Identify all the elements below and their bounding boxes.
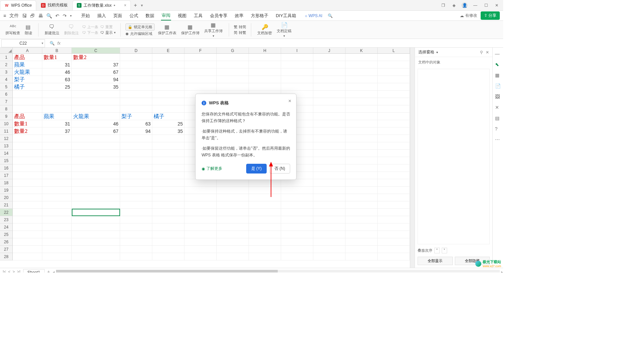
- cell[interactable]: [217, 179, 249, 187]
- cell[interactable]: [13, 164, 42, 172]
- cell[interactable]: [13, 91, 42, 98]
- cell[interactable]: 31: [42, 120, 72, 128]
- cell[interactable]: [72, 135, 120, 142]
- cell[interactable]: [152, 68, 184, 76]
- show-all-button[interactable]: 全部显示: [418, 257, 453, 265]
- cell[interactable]: [13, 157, 42, 164]
- protect-book-button[interactable]: ▦保护工作簿: [180, 24, 201, 36]
- cell[interactable]: [345, 223, 378, 231]
- avatar[interactable]: 👤: [462, 2, 468, 8]
- cell[interactable]: [345, 68, 378, 76]
- cell[interactable]: [249, 83, 281, 91]
- cell[interactable]: [184, 246, 217, 253]
- to-traditional-button[interactable]: 简转繁: [234, 30, 246, 35]
- cell[interactable]: 37: [42, 128, 72, 135]
- cell[interactable]: [313, 142, 345, 150]
- cell[interactable]: [120, 187, 152, 194]
- tools-icon[interactable]: ✕: [495, 105, 501, 111]
- chevron-down-icon[interactable]: ▾: [436, 51, 438, 54]
- row-header-1[interactable]: 1: [0, 54, 13, 61]
- cell[interactable]: [313, 179, 345, 187]
- col-header-L[interactable]: L: [378, 48, 410, 53]
- menu-tab-DIY工具箱[interactable]: DIY工具箱: [275, 11, 297, 20]
- cell[interactable]: [217, 54, 249, 61]
- cell[interactable]: [345, 157, 378, 164]
- close-icon[interactable]: ×: [124, 3, 126, 8]
- cell[interactable]: [42, 223, 72, 231]
- cell[interactable]: [184, 68, 217, 76]
- cell[interactable]: [217, 68, 249, 76]
- cell[interactable]: [217, 209, 249, 216]
- cell[interactable]: [120, 135, 152, 142]
- cell[interactable]: [72, 231, 120, 238]
- cell[interactable]: [42, 187, 72, 194]
- cell[interactable]: [345, 201, 378, 209]
- cell[interactable]: [378, 98, 410, 105]
- cell[interactable]: [152, 238, 184, 246]
- first-sheet-icon[interactable]: I<: [3, 269, 6, 272]
- cell[interactable]: [120, 54, 152, 61]
- help-icon[interactable]: ?: [495, 126, 501, 132]
- print-icon[interactable]: 🗗: [30, 13, 35, 18]
- cell[interactable]: [42, 246, 72, 253]
- cell[interactable]: [42, 98, 72, 105]
- cell[interactable]: [378, 120, 410, 128]
- cell[interactable]: [313, 157, 345, 164]
- cell[interactable]: [42, 179, 72, 187]
- cell[interactable]: [345, 187, 378, 194]
- move-down-button[interactable]: ˅: [442, 248, 447, 253]
- cell[interactable]: [152, 223, 184, 231]
- cell[interactable]: [378, 179, 410, 187]
- cell[interactable]: [120, 76, 152, 83]
- cell[interactable]: [345, 105, 378, 113]
- cell[interactable]: [13, 142, 42, 150]
- undo-icon[interactable]: ↶: [55, 13, 59, 18]
- cell[interactable]: [378, 187, 410, 194]
- cell[interactable]: [152, 172, 184, 179]
- yes-button[interactable]: 是 (Y): [246, 164, 267, 173]
- cell[interactable]: [120, 164, 152, 172]
- move-up-button[interactable]: ˄: [434, 248, 440, 253]
- cell[interactable]: [281, 76, 313, 83]
- cell[interactable]: [120, 209, 152, 216]
- cell[interactable]: [249, 68, 281, 76]
- cell[interactable]: [152, 157, 184, 164]
- cell[interactable]: [120, 142, 152, 150]
- cell[interactable]: [42, 164, 72, 172]
- cell[interactable]: [217, 201, 249, 209]
- row-header-11[interactable]: 11: [0, 128, 13, 135]
- row-header-3[interactable]: 3: [0, 68, 13, 76]
- row-header-8[interactable]: 8: [0, 105, 13, 113]
- cell[interactable]: [249, 216, 281, 223]
- cell[interactable]: [42, 231, 72, 238]
- cell[interactable]: [13, 223, 42, 231]
- layout-icon[interactable]: ▤: [495, 115, 501, 121]
- cell[interactable]: [345, 194, 378, 201]
- reset-button[interactable]: 🗨重置: [100, 24, 116, 30]
- cell[interactable]: [152, 164, 184, 172]
- cell[interactable]: [152, 105, 184, 113]
- cell[interactable]: [120, 105, 152, 113]
- cell[interactable]: 火龍果: [13, 68, 42, 76]
- cell[interactable]: [13, 98, 42, 105]
- cell[interactable]: [281, 194, 313, 201]
- cell[interactable]: [13, 216, 42, 223]
- to-simplified-button[interactable]: 繁转简: [234, 24, 246, 30]
- cell[interactable]: [184, 179, 217, 187]
- cell[interactable]: [13, 246, 42, 253]
- cell[interactable]: [281, 223, 313, 231]
- cell[interactable]: [313, 98, 345, 105]
- cell[interactable]: [13, 135, 42, 142]
- cell[interactable]: [313, 164, 345, 172]
- col-header-F[interactable]: F: [184, 48, 217, 53]
- cell[interactable]: [184, 201, 217, 209]
- cell[interactable]: [217, 253, 249, 260]
- cell[interactable]: [152, 246, 184, 253]
- cell[interactable]: [72, 91, 120, 98]
- cell[interactable]: [345, 113, 378, 120]
- cell[interactable]: [281, 253, 313, 260]
- cell[interactable]: [13, 209, 42, 216]
- cell[interactable]: [217, 216, 249, 223]
- menu-tab-工具[interactable]: 工具: [193, 11, 203, 20]
- cell[interactable]: [152, 179, 184, 187]
